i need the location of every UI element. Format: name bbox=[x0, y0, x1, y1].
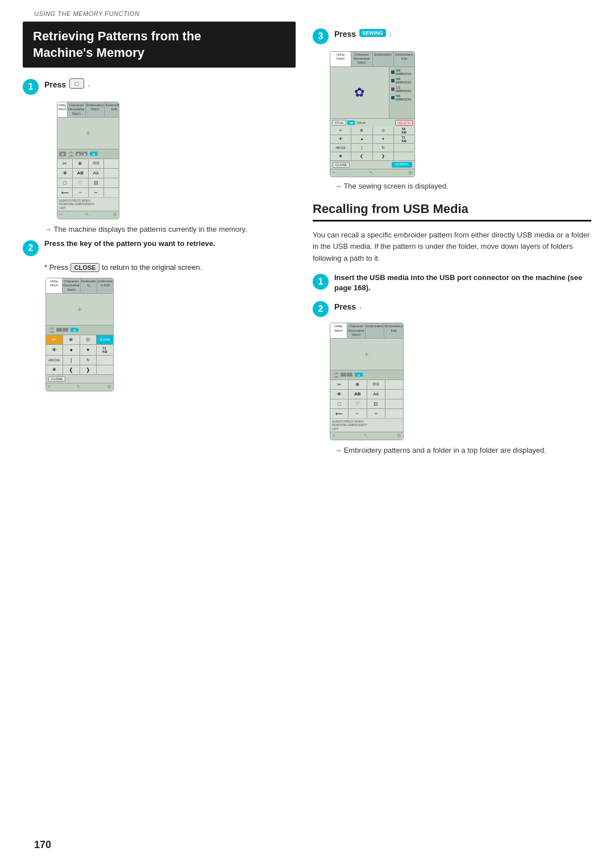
grid-empty2 bbox=[104, 169, 119, 178]
screen-flower: ✿ bbox=[330, 67, 388, 118]
step1-note: The machine displays the patterns curren… bbox=[44, 225, 296, 233]
screen-tabs-large: UtilityStitch CharacterDecorativeStitch … bbox=[330, 52, 414, 67]
grid2-flower: ❀ bbox=[46, 365, 63, 374]
grid-usb-move: ⇔ bbox=[367, 409, 385, 418]
step1-row: 1 Press □ . bbox=[23, 78, 296, 95]
grid2-arrow-r: 0 mm bbox=[97, 335, 113, 344]
screen-tabs-2: UtilityStitch CharacterDecorativeStitch … bbox=[46, 278, 113, 294]
grid-eye: 👁 bbox=[57, 169, 72, 178]
press-step-content: Press . bbox=[334, 300, 591, 311]
step3-circle: 3 bbox=[313, 28, 329, 44]
grid-empty4 bbox=[104, 188, 119, 197]
sub-press-label2: to return to the original screen. bbox=[102, 263, 202, 272]
delete-btn[interactable]: DELETE bbox=[395, 120, 413, 126]
grid2-left: ❮ bbox=[63, 365, 80, 374]
grid-abc1: ⓐⓑ bbox=[89, 159, 103, 168]
grid2-right: ❯ bbox=[80, 365, 97, 374]
tab2-utility: UtilityStitch bbox=[46, 278, 63, 293]
grid-usb-eye: 👁 bbox=[330, 390, 348, 399]
screen-plus-1: + bbox=[86, 128, 90, 137]
step1-circle: 1 bbox=[23, 79, 39, 95]
grid-usb-empty1 bbox=[385, 380, 403, 389]
insert-step-content: Insert the USB media into the USB port c… bbox=[334, 273, 591, 293]
grid2-dot: ● bbox=[63, 345, 80, 355]
right-column: 3 Press SEWING . UtilityStitch Character… bbox=[313, 22, 591, 460]
grid-empty3 bbox=[104, 178, 119, 187]
embr-color-4 bbox=[391, 96, 395, 99]
grid-usb-heart: ♡ bbox=[349, 399, 366, 408]
screen-tabs-1: UtilityStitch CharacterDecorativeStitch … bbox=[57, 102, 119, 118]
ctrl-star: ✦ bbox=[373, 135, 393, 143]
embr-color-3 bbox=[391, 87, 395, 91]
tab-utility: UtilityStitch bbox=[57, 102, 68, 117]
recalling-body: You can recall a specific embroider patt… bbox=[313, 229, 591, 265]
tab-l-utility: UtilityStitch bbox=[330, 52, 351, 66]
grid-square: □ bbox=[57, 178, 72, 187]
press-step-circle: 2 bbox=[313, 301, 329, 317]
press-step-note: Embroidery patterns and a folder in a to… bbox=[334, 446, 591, 454]
left-column: Retrieving Patterns from the Machine's M… bbox=[23, 22, 296, 460]
step3-content: Press SEWING . bbox=[334, 27, 591, 39]
ctrl-scissors: ✂ bbox=[330, 127, 351, 135]
step2-label: Press the key of the pattern you want to… bbox=[44, 239, 296, 248]
screen-status-bar-2: ⌂🔧ⓘ bbox=[46, 383, 113, 391]
grid2-abcde: ABCDE bbox=[46, 356, 63, 365]
ctrl-right: ❯ bbox=[373, 152, 393, 160]
step2-circle: 2 bbox=[23, 240, 39, 256]
grid-usb-usb: ⇦ bbox=[349, 409, 366, 418]
grid2-snowflake: ❄ bbox=[63, 335, 80, 344]
close-btn-large[interactable]: CLOSE bbox=[333, 162, 350, 168]
grid-scissors: ✂ bbox=[57, 159, 72, 168]
tab-character: CharacterDecorativeStitch bbox=[68, 102, 86, 117]
screen-status-bar-large: ⌂🔧ⓘ bbox=[330, 169, 414, 177]
screen-footer-usb: ...cm...cm ⊞ bbox=[330, 370, 403, 379]
ctrl-rotary: ↻ bbox=[373, 144, 393, 152]
grid2-rotary: ↻ bbox=[80, 356, 97, 365]
close-button-inline[interactable]: CLOSE bbox=[70, 263, 100, 272]
close-btn-screen2[interactable]: CLOSE bbox=[48, 376, 65, 382]
ctrl-empty2 bbox=[394, 152, 414, 160]
status-home: ⌂ bbox=[60, 212, 62, 218]
grid-usb-empty3 bbox=[385, 399, 403, 408]
grid2-eye2: 👁 bbox=[46, 345, 63, 355]
ctrl-left: ❮ bbox=[351, 152, 372, 160]
screen-grid-1: ✂ ❄ ⓐⓑ 👁 AB Aä □ ♡ ⊟ ⟵ ⇦ ⇔ bbox=[57, 158, 119, 197]
embr-color-2 bbox=[391, 79, 395, 82]
ctrl-abcde: ABCDE bbox=[330, 144, 351, 152]
step3-row: 3 Press SEWING . bbox=[313, 27, 591, 44]
grid-usb-table: ⊟ bbox=[367, 399, 385, 408]
screen-status-bar-usb: ⌂🔧ⓘ bbox=[330, 432, 403, 440]
tab-usb-utility: UtilityStitch bbox=[330, 323, 347, 338]
screen-mockup-2: UtilityStitch CharacterDecorativeStitch … bbox=[45, 278, 114, 391]
tab-usb-emb: Embroidery bbox=[366, 323, 385, 338]
insert-step-label: Insert the USB media into the USB port c… bbox=[334, 273, 591, 293]
screen-footer-2: ...cm...cm ⊞ bbox=[46, 325, 113, 335]
grid-table: ⊟ bbox=[89, 178, 103, 187]
screen-always-text: ALWAYS PRESS WHENREMOVING EMBROIDERYUNIT bbox=[57, 197, 119, 211]
page-breadcrumb: USING THE MEMORY FUNCTION bbox=[0, 0, 614, 22]
step1-period: . bbox=[88, 79, 90, 88]
grid2-empty2 bbox=[97, 365, 113, 374]
flower-display: ✿ bbox=[354, 85, 364, 100]
step1-label: Press bbox=[44, 80, 66, 89]
close-row-2: CLOSE bbox=[46, 374, 113, 383]
sub-press-label: Press bbox=[49, 263, 68, 272]
step3-label: Press bbox=[334, 30, 356, 39]
screen-grid-usb: ✂ ❄ ⓐⓑ 👁 AB Aä □ ♡ ⊟ ⟵ ⇦ ⇔ bbox=[330, 379, 403, 418]
ctrl-snowflake: ❄ bbox=[351, 127, 372, 135]
grid-usb-empty4 bbox=[385, 409, 403, 418]
sewing-icon: SEWING bbox=[359, 29, 386, 37]
sewing-btn-large[interactable]: SEWING bbox=[392, 162, 412, 168]
press-step-label: Press bbox=[334, 302, 356, 311]
ctrl-kb2: 71KB bbox=[394, 135, 414, 143]
press-step-period: . bbox=[359, 301, 362, 310]
section-title-box: Retrieving Patterns from the Machine's M… bbox=[23, 22, 296, 68]
grid-usb-abc: ⓐⓑ bbox=[367, 380, 385, 389]
screen-content-1: + bbox=[57, 118, 119, 149]
tab-l-edit: EmbroideryEdit bbox=[394, 52, 414, 66]
step3-press-inline: Press SEWING . bbox=[334, 27, 392, 39]
grid2-scissors: ✂ bbox=[46, 335, 63, 344]
tab2-character: CharacterDecorativeStitch bbox=[63, 278, 81, 293]
step1-icon: □ bbox=[69, 78, 84, 89]
size-indicator: 8.5 cm bbox=[332, 120, 346, 126]
